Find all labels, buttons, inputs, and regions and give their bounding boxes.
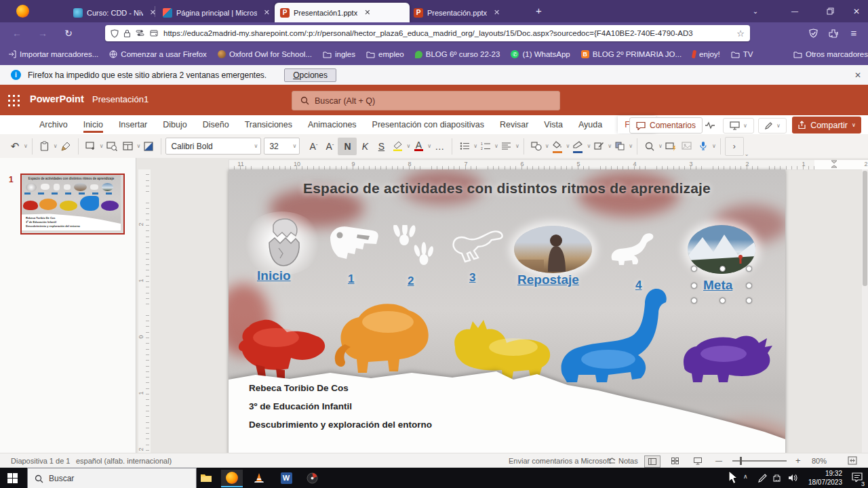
reset-button[interactable]	[140, 138, 157, 155]
network-tray-icon[interactable]	[773, 474, 783, 482]
tab-presentacion[interactable]: Presentación con diapositivas	[372, 117, 484, 133]
other-bookmarks[interactable]: Otros marcadores	[793, 50, 868, 58]
shape-edit-button[interactable]	[591, 138, 607, 155]
designer-button[interactable]	[663, 138, 679, 155]
align-button[interactable]	[498, 138, 515, 155]
shapes-button[interactable]	[528, 138, 545, 155]
reload-button[interactable]: ↻	[60, 25, 77, 41]
file-explorer-icon[interactable]	[195, 470, 217, 486]
url-text[interactable]: https://educa2madrid-my.sharepoint.com/:…	[163, 29, 732, 37]
volume-tray-icon[interactable]	[788, 474, 797, 482]
bookmark-item[interactable]: TV	[731, 50, 753, 58]
permissions-icon[interactable]	[136, 29, 145, 37]
slideshow-view-button[interactable]	[679, 138, 695, 155]
shape-outline-button[interactable]	[570, 138, 586, 155]
notification-close-icon[interactable]: ✕	[854, 70, 861, 80]
tab-transiciones[interactable]: Transiciones	[245, 117, 292, 133]
chevron-down-icon[interactable]: ∨	[515, 143, 519, 149]
font-size-combo[interactable]: 32∨	[264, 138, 300, 155]
tab-archivo[interactable]: Archivo	[39, 117, 68, 133]
zoom-slider-thumb[interactable]	[740, 457, 742, 465]
tab-vista[interactable]: Vista	[544, 117, 563, 133]
bold-button[interactable]: N	[338, 138, 357, 155]
back-button[interactable]: ←	[8, 25, 26, 41]
slide-canvas[interactable]: Espacio de actividades con distintos rit…	[229, 169, 785, 453]
comments-button[interactable]: Comentarios	[629, 117, 703, 134]
dictate-button[interactable]	[695, 138, 711, 155]
notes-toggle[interactable]: Notas	[618, 457, 638, 465]
shape-fill-button[interactable]	[549, 138, 566, 155]
highlight-button[interactable]	[389, 138, 406, 155]
more-font-options-button[interactable]: …	[431, 138, 448, 155]
tab-revisar[interactable]: Revisar	[500, 117, 528, 133]
increase-font-button[interactable]: Aˆ	[305, 138, 321, 155]
slideshow-button[interactable]	[690, 455, 705, 466]
slide-counter[interactable]: Diapositiva 1 de 1	[11, 457, 70, 465]
browser-tab[interactable]: P Presentación.pptx ✕	[408, 3, 533, 22]
bookmark-item[interactable]: empleo	[366, 50, 404, 58]
find-button[interactable]	[642, 138, 658, 155]
word-icon[interactable]: W	[275, 470, 297, 486]
app-launcher-icon[interactable]	[7, 94, 20, 106]
panel-divider[interactable]	[136, 158, 136, 453]
bookmark-item[interactable]: ✆ (1) WhatsApp	[511, 50, 570, 58]
zoom-in-button[interactable]: +	[795, 455, 801, 466]
new-slide-button[interactable]	[83, 138, 99, 155]
chevron-down-icon[interactable]: ∨	[24, 143, 28, 149]
popup-blocked-icon[interactable]	[150, 29, 159, 37]
window-close-button[interactable]: ✕	[845, 0, 868, 22]
browser-tab[interactable]: Página principal | Microsoft 365 ✕	[157, 3, 275, 22]
present-button[interactable]: ∨	[723, 118, 754, 134]
search-box[interactable]: Buscar (Alt + Q)	[292, 91, 560, 110]
window-restore-button[interactable]	[816, 0, 844, 22]
url-bar[interactable]: https://educa2madrid-my.sharepoint.com/:…	[105, 25, 750, 41]
italic-button[interactable]: K	[357, 138, 373, 155]
tab-close-icon[interactable]: ✕	[264, 8, 270, 17]
browser-tab[interactable]: Curso: CDD - Nivel A2 Rebeca ✕	[68, 3, 161, 22]
tab-close-icon[interactable]: ✕	[494, 8, 500, 17]
numbering-button[interactable]: 12	[477, 138, 494, 155]
new-tab-button[interactable]: +	[536, 5, 542, 16]
zoom-out-button[interactable]: —	[715, 457, 722, 464]
menu-hamburger-icon[interactable]: ≡	[845, 25, 863, 41]
zoom-level[interactable]: 80%	[812, 457, 827, 465]
bookmark-item[interactable]: ingles	[323, 50, 355, 58]
underline-button[interactable]: S	[373, 138, 389, 155]
options-button[interactable]: Opciones	[284, 68, 336, 82]
extension-badge-icon[interactable]	[804, 25, 822, 41]
ribbon-expand-button[interactable]: ›	[725, 137, 744, 156]
credit-course[interactable]: 3º de Educación Infantil	[249, 401, 352, 411]
start-button[interactable]	[1, 470, 23, 486]
vlc-icon[interactable]	[248, 470, 270, 486]
tab-animaciones[interactable]: Animaciones	[308, 117, 357, 133]
undo-button[interactable]: ↶	[7, 138, 23, 155]
tab-ayuda[interactable]: Ayuda	[578, 117, 602, 133]
tab-dibujo[interactable]: Dibujo	[163, 117, 186, 133]
tab-diseno[interactable]: Diseño	[203, 117, 229, 133]
ribbon-collapse-chevron-icon[interactable]: ⌄	[745, 151, 749, 157]
slide-thumbnail[interactable]: Espacio de actividades con distintos rit…	[20, 174, 125, 235]
extensions-puzzle-icon[interactable]	[825, 25, 842, 41]
shield-icon[interactable]	[111, 29, 119, 38]
share-button[interactable]: Compartir ∨	[792, 117, 861, 134]
grid-view-button[interactable]	[667, 455, 682, 466]
document-title[interactable]: Presentación1	[92, 94, 149, 104]
bullets-button[interactable]	[456, 138, 473, 155]
tab-inicio[interactable]: Inicio	[83, 117, 103, 133]
firefox-taskbar-icon[interactable]	[221, 470, 243, 487]
scrollbar-thumb[interactable]	[863, 171, 867, 286]
bookmark-star-icon[interactable]: ☆	[736, 28, 745, 39]
layout-button[interactable]	[120, 138, 136, 155]
reuse-slides-button[interactable]	[104, 138, 120, 155]
taskbar-search-box[interactable]: Buscar	[27, 468, 197, 488]
action-center-button[interactable]: 3	[852, 472, 863, 485]
pen-tray-icon[interactable]	[758, 474, 767, 483]
tab-insertar[interactable]: Insertar	[119, 117, 147, 133]
format-painter-button[interactable]	[58, 138, 74, 155]
vertical-scrollbar[interactable]	[862, 169, 868, 453]
bookmark-item[interactable]: enjoy!	[692, 50, 720, 58]
editing-mode-button[interactable]: ∨	[758, 118, 787, 134]
tab-close-icon[interactable]: ✕	[364, 8, 370, 17]
tab-list-button[interactable]: ⌄	[742, 0, 769, 22]
tray-expand-chevron[interactable]: ∧	[743, 473, 748, 480]
